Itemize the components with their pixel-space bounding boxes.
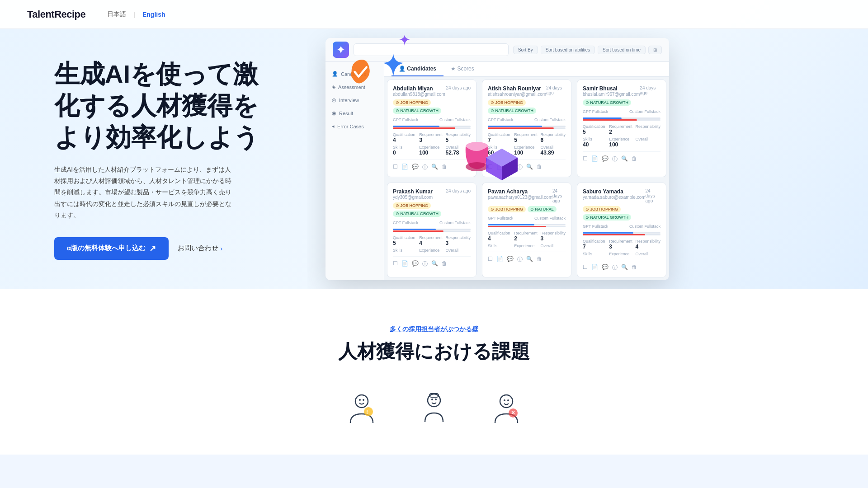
action-chat[interactable]: 💬 [412, 260, 419, 268]
sidebar-item-assessment[interactable]: ◈ Assessment [326, 80, 384, 94]
qualification-label: Qualification [583, 124, 607, 129]
stack-left-label: GPT Fullstack [583, 109, 608, 114]
bar-left-container [488, 224, 566, 225]
action-delete[interactable]: 🗑 [537, 164, 542, 171]
cta-primary-button[interactable]: α版の無料体験へ申し込む ↗ [54, 237, 169, 260]
grid-view-button[interactable]: ⊞ [648, 46, 662, 54]
candidate-stats: Qualification 7 Requirement 3 Responsibi… [583, 239, 660, 256]
action-chat[interactable]: 💬 [507, 256, 514, 263]
action-search[interactable]: 🔍 [431, 260, 438, 268]
action-search[interactable]: 🔍 [431, 164, 438, 171]
cta-contact-button[interactable]: お問い合わせ › [178, 244, 222, 253]
action-chat[interactable]: 💬 [602, 264, 609, 272]
candidate-tag: ⊙ NATURAL GROWTH [583, 99, 631, 106]
action-doc[interactable]: 📄 [401, 164, 408, 171]
candidate-stats: Qualification 7 Requirement 5 Responsibi… [488, 132, 566, 156]
stack-right-label: Custom Fullstack [534, 216, 566, 221]
action-search[interactable]: 🔍 [526, 256, 533, 263]
candidate-time: 24 days ago [646, 188, 660, 203]
hero-right: Sort By Sort based on abilities Sort bas… [307, 29, 868, 289]
requirement-value: 2 [609, 129, 633, 135]
action-info[interactable]: ⓘ [612, 155, 618, 163]
dashboard-tabs: 👤 Candidates ★ Scores [384, 62, 669, 77]
action-chat[interactable]: 💬 [602, 155, 609, 163]
candidate-tag: ⊙ NATURAL GROWTH [393, 211, 441, 217]
candidate-email: yamada.saburo@example.com [583, 195, 646, 200]
action-delete[interactable]: 🗑 [632, 264, 637, 272]
lang-en-link[interactable]: English [139, 9, 169, 20]
action-checkbox[interactable]: ☐ [393, 164, 398, 171]
action-info[interactable]: ⓘ [517, 256, 523, 263]
action-info[interactable]: ⓘ [422, 260, 428, 268]
lang-ja-link[interactable]: 日本語 [104, 9, 130, 20]
result-icon: ◉ [332, 110, 336, 116]
assessment-icon: ◈ [332, 84, 335, 90]
lang-sep: | [133, 11, 135, 18]
sidebar-item-interview[interactable]: ◎ Interview [326, 94, 384, 107]
action-delete[interactable]: 🗑 [442, 164, 447, 171]
dashboard-main: 👤 Candidates ★ Scores Abdullah Miy [384, 62, 669, 280]
sort-abilities-button[interactable]: Sort based on abilities [541, 46, 595, 54]
action-doc[interactable]: 📄 [496, 164, 503, 171]
action-info[interactable]: ⓘ [517, 164, 523, 171]
action-doc[interactable]: 📄 [591, 155, 598, 163]
logo[interactable]: TalentRecipe [27, 9, 85, 20]
problems-grid: ! × [54, 391, 814, 427]
action-search[interactable]: 🔍 [621, 155, 628, 163]
bar-right-container [583, 119, 660, 121]
sort-time-button[interactable]: Sort based on time [598, 46, 646, 54]
bar-left [583, 117, 622, 119]
dashboard-search-bar[interactable] [354, 43, 509, 56]
action-search[interactable]: 🔍 [526, 164, 533, 171]
action-checkbox[interactable]: ☐ [488, 256, 493, 263]
candidate-name: Pawan Acharya [488, 188, 552, 195]
action-search[interactable]: 🔍 [621, 264, 628, 272]
action-checkbox[interactable]: ☐ [583, 155, 588, 163]
qualification-label: Qualification [488, 132, 512, 137]
candidates-grid: Abdullah Miyan abdullah9818@gmail.com 24… [384, 77, 669, 280]
action-delete[interactable]: 🗑 [537, 256, 542, 263]
sidebar-item-result[interactable]: ◉ Result [326, 107, 384, 120]
action-chat[interactable]: 💬 [507, 164, 514, 171]
skills-value: 60 [488, 150, 512, 156]
action-doc[interactable]: 📄 [591, 264, 598, 272]
candidate-tags: ⊙ NATURAL GROWTH [583, 99, 660, 106]
tab-scores[interactable]: ★ Scores [443, 62, 481, 76]
action-doc[interactable]: 📄 [401, 260, 408, 268]
requirement-value: 5 [514, 137, 538, 143]
candidate-stats: Qualification 5 Requirement 4 Responsibi… [393, 235, 471, 253]
action-doc[interactable]: 📄 [496, 256, 503, 263]
sidebar-item-candidates[interactable]: 👤 Candidates [326, 67, 384, 80]
sort-by-button[interactable]: Sort By [513, 46, 538, 54]
action-delete[interactable]: 🗑 [632, 155, 637, 163]
candidate-tag: ⊙ NATURAL GROWTH [488, 108, 536, 114]
candidate-stacks: GPT Fullstack Custom Fullstack [393, 221, 471, 225]
responsibility-label: Responsibility [635, 239, 660, 244]
candidate-actions: ☐ 📄 💬 ⓘ 🔍 🗑 [583, 151, 660, 163]
candidate-actions: ☐ 📄 💬 ⓘ 🔍 🗑 [393, 160, 471, 171]
action-checkbox[interactable]: ☐ [488, 164, 493, 171]
qualification-value: 5 [583, 129, 607, 135]
cta-arrow-icon: ↗ [149, 244, 156, 253]
tab-candidates[interactable]: 👤 Candidates [392, 62, 443, 76]
action-checkbox[interactable]: ☐ [583, 264, 588, 272]
overall-label: Overall [540, 244, 566, 248]
qualification-value: 5 [393, 240, 417, 246]
candidate-tag: ⊙ NATURAL GROWTH [583, 214, 631, 221]
action-checkbox[interactable]: ☐ [393, 260, 398, 268]
candidate-email: atishsahrouniyar@gmail.com [488, 92, 546, 97]
action-info[interactable]: ⓘ [422, 164, 428, 171]
candidate-name: Abdullah Miyan [393, 85, 445, 92]
action-delete[interactable]: 🗑 [442, 260, 447, 268]
action-chat[interactable]: 💬 [412, 164, 419, 171]
sidebar-item-error[interactable]: ◂ Error Cases [326, 120, 384, 133]
experience-value: 100 [609, 141, 633, 148]
bar-left [393, 229, 436, 230]
candidate-card-1: Atish Shah Rouniyar atishsahrouniyar@gma… [482, 80, 571, 177]
stack-right-label: Custom Fullstack [629, 109, 660, 114]
candidate-time: 24 days ago [546, 85, 566, 95]
overall-value: 43.89 [540, 150, 566, 156]
svg-point-15 [500, 395, 513, 408]
candidate-name: Atish Shah Rouniyar [488, 85, 546, 92]
action-info[interactable]: ⓘ [612, 264, 618, 272]
